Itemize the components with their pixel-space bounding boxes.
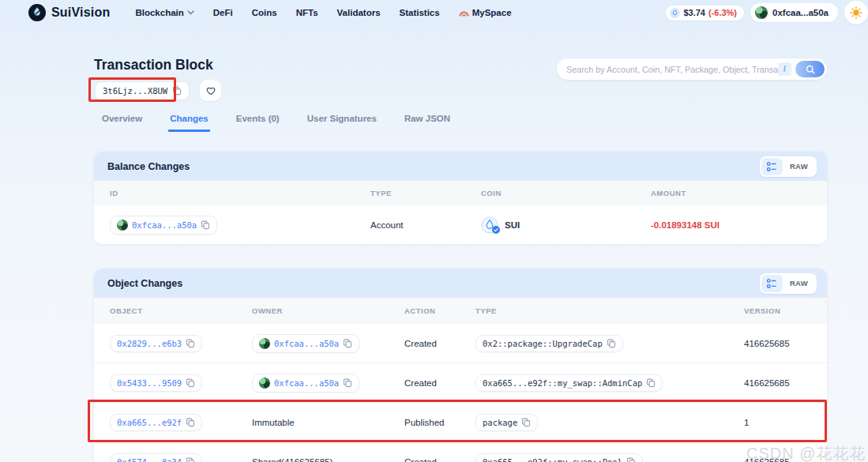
owner-address-pill[interactable]: 0xfcaa...a50a <box>252 374 359 393</box>
column-header: COIN <box>481 189 651 197</box>
balance-view-toggle: RAW <box>760 156 817 177</box>
search-button[interactable] <box>795 61 825 77</box>
suivision-logo-icon <box>28 4 46 21</box>
object-type-pill: 0xa665...e92f::my_swap::AdminCap <box>475 374 663 392</box>
page-title: Transaction Block <box>94 57 213 73</box>
brand-name: SuiVision <box>51 6 110 20</box>
action-label: Created <box>404 378 475 388</box>
copy-icon[interactable] <box>521 418 531 427</box>
rainbow-icon <box>459 9 469 17</box>
balance-type: Account <box>370 220 481 230</box>
object-id-pill[interactable]: 0xf574...8a34 <box>110 453 202 462</box>
version-value: 1 <box>744 418 811 427</box>
nav-item-label: Blockchain <box>135 8 183 17</box>
owner-address-pill[interactable]: 0xfcaa...a50a <box>252 334 359 353</box>
object-table-header: OBJECTOWNERACTIONTYPEVERSION <box>94 298 827 324</box>
brand-logo[interactable]: SuiVision <box>28 4 110 21</box>
copy-icon[interactable] <box>607 339 616 348</box>
coin-name[interactable]: SUI <box>505 220 520 230</box>
nav-item-nfts[interactable]: NFTs <box>296 8 318 17</box>
wallet-chip[interactable]: 0xfcaa...a50a <box>750 3 838 22</box>
balance-changes-title: Balance Changes <box>107 161 190 172</box>
object-id: 0x5433...9509 <box>117 378 182 388</box>
nav-item-defi[interactable]: DeFi <box>213 8 233 17</box>
version-value: 416625685 <box>744 378 811 388</box>
theme-toggle-button[interactable] <box>844 1 868 24</box>
favorite-button[interactable] <box>200 80 221 101</box>
object-changes-title: Object Changes <box>107 278 182 289</box>
balance-changes-card: Balance Changes RAW IDTYPECOINAMOUNT 0xf… <box>94 152 827 244</box>
nav-item-label: Coins <box>252 8 277 17</box>
version-value: 416625685 <box>744 339 811 348</box>
list-view-button[interactable] <box>761 275 783 292</box>
top-navigation-bar: SuiVision BlockchainDeFiCoinsNFTsValidat… <box>0 0 868 25</box>
action-label: Created <box>404 339 475 348</box>
object-id-pill[interactable]: 0x2829...e6b3 <box>110 335 202 352</box>
owner-label: Immutable <box>252 418 404 427</box>
balance-amount: -0.01893148 SUI <box>651 220 811 230</box>
object-view-toggle: RAW <box>760 273 817 294</box>
raw-view-button[interactable]: RAW <box>783 162 815 171</box>
tab-user-signatures[interactable]: User Signatures <box>306 114 378 132</box>
search-icon <box>806 65 815 74</box>
column-header: OWNER <box>252 306 404 315</box>
owner-address: 0xfcaa...a50a <box>274 339 339 348</box>
object-type: 0x2::package::UpgradeCap <box>483 339 603 348</box>
copy-icon[interactable] <box>646 378 656 388</box>
copy-icon[interactable] <box>201 220 210 230</box>
nav-item-statistics[interactable]: Statistics <box>400 8 440 17</box>
account-address-pill[interactable]: 0xfcaa...a50a <box>110 216 217 235</box>
tab-changes[interactable]: Changes <box>168 114 210 132</box>
nav-item-label: NFTs <box>296 8 318 17</box>
column-header: OBJECT <box>110 306 252 315</box>
nav-item-myspace[interactable]: MySpace <box>459 8 512 17</box>
nav-item-coins[interactable]: Coins <box>252 8 277 17</box>
search-input[interactable] <box>566 65 778 74</box>
action-label: Created <box>404 457 475 462</box>
object-id-pill[interactable]: 0xa665...e92f <box>110 414 202 431</box>
nav-item-validators[interactable]: Validators <box>337 8 381 17</box>
copy-icon[interactable] <box>343 339 352 348</box>
copy-icon[interactable] <box>626 457 636 462</box>
object-type-pill: 0xa665...e92f::my_swap::Pool <box>475 453 643 462</box>
table-row: 0xa665...e92fImmutablePublishedpackage1 <box>94 403 827 442</box>
tab-overview[interactable]: Overview <box>100 114 144 132</box>
copy-icon[interactable] <box>186 378 195 388</box>
list-view-button[interactable] <box>761 158 783 175</box>
balance-table-header: IDTYPECOINAMOUNT <box>94 181 827 205</box>
copy-icon[interactable] <box>172 86 182 96</box>
nav-item-label: MySpace <box>472 8 512 17</box>
copy-icon[interactable] <box>343 378 352 388</box>
address-avatar <box>259 377 270 389</box>
object-id: 0xa665...e92f <box>117 418 182 427</box>
global-search-bar: / <box>557 58 827 80</box>
transaction-digest: 3t6Ljz...X8UW <box>103 86 167 96</box>
main-nav: BlockchainDeFiCoinsNFTsValidatorsStatist… <box>135 8 511 17</box>
transaction-digest-pill[interactable]: 3t6Ljz...X8UW <box>95 81 190 100</box>
column-header: TYPE <box>475 306 744 315</box>
sui-price-badge[interactable]: $3.74 (-6.3%) <box>666 6 744 21</box>
table-row: 0x2829...e6b30xfcaa...a50aCreated0x2::pa… <box>94 324 827 363</box>
chevron-down-icon <box>187 10 194 15</box>
object-type-pill: 0x2::package::UpgradeCap <box>475 335 623 352</box>
object-changes-card: Object Changes RAW OBJECTOWNERACTIONTYPE… <box>94 269 827 462</box>
copy-icon[interactable] <box>186 418 195 427</box>
search-shortcut-hint: / <box>778 62 791 76</box>
object-id-pill[interactable]: 0x5433...9509 <box>110 374 202 392</box>
topbar-right-cluster: $3.74 (-6.3%) 0xfcaa...a50a <box>666 1 868 24</box>
object-type: package <box>483 418 517 427</box>
object-type: 0xa665...e92f::my_swap::Pool <box>483 457 622 462</box>
copy-icon[interactable] <box>186 339 195 348</box>
column-header: TYPE <box>370 189 481 197</box>
tab-events-0-[interactable]: Events (0) <box>235 114 281 132</box>
raw-view-button[interactable]: RAW <box>783 279 815 287</box>
table-row: 0xf574...8a34Shared(416625685)Created0xa… <box>94 442 827 462</box>
sui-price-value: $3.74 <box>683 8 705 17</box>
digest-row: 3t6Ljz...X8UW <box>95 80 221 101</box>
tab-raw-json[interactable]: Raw JSON <box>403 114 452 132</box>
sui-coin-icon[interactable] <box>481 216 498 234</box>
nav-item-blockchain[interactable]: Blockchain <box>135 8 194 17</box>
address-avatar <box>259 338 270 349</box>
copy-icon[interactable] <box>186 457 195 462</box>
owner-address: 0xfcaa...a50a <box>274 378 339 388</box>
